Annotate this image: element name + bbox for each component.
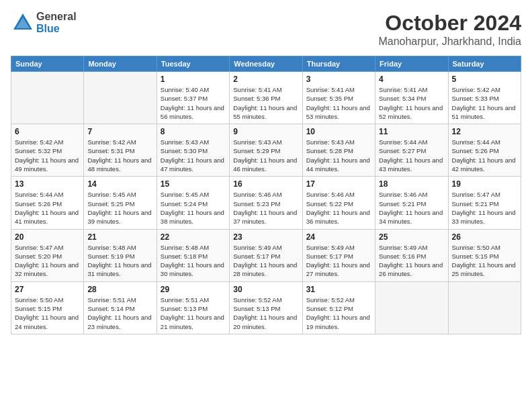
page-title: October 2024: [378, 11, 521, 36]
calendar-cell: 28Sunrise: 5:51 AM Sunset: 5:14 PM Dayli…: [84, 281, 157, 334]
day-number: 31: [306, 285, 371, 294]
day-number: 26: [452, 232, 517, 242]
day-number: 28: [87, 285, 152, 294]
page-header: General Blue October 2024 Manoharpur, Jh…: [11, 11, 521, 48]
calendar-cell: [448, 281, 521, 334]
day-detail: Sunrise: 5:48 AM Sunset: 5:18 PM Dayligh…: [161, 243, 226, 279]
day-number: 13: [15, 179, 80, 189]
calendar-cell: 25Sunrise: 5:49 AM Sunset: 5:16 PM Dayli…: [375, 229, 448, 281]
calendar-cell: [11, 72, 84, 124]
calendar-cell: 26Sunrise: 5:50 AM Sunset: 5:15 PM Dayli…: [448, 229, 521, 281]
calendar-cell: 6Sunrise: 5:42 AM Sunset: 5:32 PM Daylig…: [11, 124, 84, 177]
day-detail: Sunrise: 5:41 AM Sunset: 5:36 PM Dayligh…: [233, 85, 298, 121]
day-detail: Sunrise: 5:44 AM Sunset: 5:26 PM Dayligh…: [15, 190, 80, 226]
weekday-header: Friday: [375, 56, 448, 72]
day-detail: Sunrise: 5:45 AM Sunset: 5:24 PM Dayligh…: [161, 190, 226, 226]
day-detail: Sunrise: 5:51 AM Sunset: 5:14 PM Dayligh…: [87, 295, 152, 331]
day-detail: Sunrise: 5:47 AM Sunset: 5:20 PM Dayligh…: [15, 243, 80, 279]
day-detail: Sunrise: 5:49 AM Sunset: 5:17 PM Dayligh…: [306, 243, 371, 279]
calendar-cell: 1Sunrise: 5:40 AM Sunset: 5:37 PM Daylig…: [157, 72, 229, 124]
day-number: 21: [87, 232, 152, 242]
day-detail: Sunrise: 5:43 AM Sunset: 5:28 PM Dayligh…: [306, 138, 371, 173]
day-detail: Sunrise: 5:52 AM Sunset: 5:13 PM Dayligh…: [233, 295, 298, 331]
weekday-row: SundayMondayTuesdayWednesdayThursdayFrid…: [11, 56, 521, 72]
day-number: 27: [15, 285, 80, 294]
calendar-cell: 4Sunrise: 5:41 AM Sunset: 5:34 PM Daylig…: [375, 72, 448, 124]
weekday-header: Saturday: [448, 56, 521, 72]
calendar-cell: 31Sunrise: 5:52 AM Sunset: 5:12 PM Dayli…: [302, 281, 375, 334]
day-detail: Sunrise: 5:46 AM Sunset: 5:22 PM Dayligh…: [306, 190, 371, 226]
calendar-cell: 24Sunrise: 5:49 AM Sunset: 5:17 PM Dayli…: [302, 229, 375, 281]
calendar-week-row: 1Sunrise: 5:40 AM Sunset: 5:37 PM Daylig…: [11, 72, 521, 124]
day-number: 20: [15, 232, 80, 242]
day-number: 15: [161, 179, 226, 189]
calendar-cell: 5Sunrise: 5:42 AM Sunset: 5:33 PM Daylig…: [448, 72, 521, 124]
calendar-cell: 9Sunrise: 5:43 AM Sunset: 5:29 PM Daylig…: [230, 124, 302, 177]
day-number: 22: [161, 232, 226, 242]
calendar-week-row: 20Sunrise: 5:47 AM Sunset: 5:20 PM Dayli…: [11, 229, 521, 281]
calendar-cell: 16Sunrise: 5:46 AM Sunset: 5:23 PM Dayli…: [230, 177, 302, 229]
calendar-cell: 19Sunrise: 5:47 AM Sunset: 5:21 PM Dayli…: [448, 177, 521, 229]
day-detail: Sunrise: 5:49 AM Sunset: 5:17 PM Dayligh…: [233, 243, 298, 279]
day-detail: Sunrise: 5:51 AM Sunset: 5:13 PM Dayligh…: [161, 295, 226, 331]
calendar-week-row: 6Sunrise: 5:42 AM Sunset: 5:32 PM Daylig…: [11, 124, 521, 177]
calendar-header: SundayMondayTuesdayWednesdayThursdayFrid…: [11, 56, 521, 72]
calendar-week-row: 13Sunrise: 5:44 AM Sunset: 5:26 PM Dayli…: [11, 177, 521, 229]
calendar-cell: 2Sunrise: 5:41 AM Sunset: 5:36 PM Daylig…: [230, 72, 302, 124]
day-detail: Sunrise: 5:44 AM Sunset: 5:27 PM Dayligh…: [379, 138, 444, 173]
day-number: 30: [233, 285, 298, 294]
calendar-cell: 17Sunrise: 5:46 AM Sunset: 5:22 PM Dayli…: [302, 177, 375, 229]
logo-text: General Blue: [36, 11, 77, 34]
day-number: 4: [379, 75, 444, 84]
calendar-cell: 11Sunrise: 5:44 AM Sunset: 5:27 PM Dayli…: [375, 124, 448, 177]
calendar-cell: 7Sunrise: 5:42 AM Sunset: 5:31 PM Daylig…: [84, 124, 157, 177]
day-number: 18: [379, 179, 444, 189]
calendar-body: 1Sunrise: 5:40 AM Sunset: 5:37 PM Daylig…: [11, 72, 521, 334]
weekday-header: Wednesday: [230, 56, 302, 72]
logo-general: General: [36, 11, 77, 23]
day-number: 24: [306, 232, 371, 242]
day-detail: Sunrise: 5:50 AM Sunset: 5:15 PM Dayligh…: [452, 243, 517, 279]
calendar-cell: 18Sunrise: 5:46 AM Sunset: 5:21 PM Dayli…: [375, 177, 448, 229]
weekday-header: Tuesday: [157, 56, 229, 72]
day-number: 7: [87, 127, 152, 136]
day-number: 17: [306, 179, 371, 189]
day-detail: Sunrise: 5:49 AM Sunset: 5:16 PM Dayligh…: [379, 243, 444, 279]
logo-blue: Blue: [36, 23, 77, 35]
calendar-cell: 29Sunrise: 5:51 AM Sunset: 5:13 PM Dayli…: [157, 281, 229, 334]
day-number: 23: [233, 232, 298, 242]
day-detail: Sunrise: 5:42 AM Sunset: 5:32 PM Dayligh…: [15, 138, 80, 173]
day-number: 9: [233, 127, 298, 136]
day-number: 14: [87, 179, 152, 189]
logo: General Blue: [11, 11, 77, 35]
page-subtitle: Manoharpur, Jharkhand, India: [378, 36, 521, 48]
weekday-header: Sunday: [11, 56, 84, 72]
weekday-header: Thursday: [302, 56, 375, 72]
day-detail: Sunrise: 5:50 AM Sunset: 5:15 PM Dayligh…: [15, 295, 80, 331]
day-number: 11: [379, 127, 444, 136]
day-number: 19: [452, 179, 517, 189]
day-detail: Sunrise: 5:46 AM Sunset: 5:23 PM Dayligh…: [233, 190, 298, 226]
day-detail: Sunrise: 5:45 AM Sunset: 5:25 PM Dayligh…: [87, 190, 152, 226]
calendar-cell: 23Sunrise: 5:49 AM Sunset: 5:17 PM Dayli…: [230, 229, 302, 281]
day-detail: Sunrise: 5:42 AM Sunset: 5:31 PM Dayligh…: [87, 138, 152, 173]
day-number: 12: [452, 127, 517, 136]
day-detail: Sunrise: 5:41 AM Sunset: 5:34 PM Dayligh…: [379, 85, 444, 121]
day-detail: Sunrise: 5:42 AM Sunset: 5:33 PM Dayligh…: [452, 85, 517, 121]
day-detail: Sunrise: 5:44 AM Sunset: 5:26 PM Dayligh…: [452, 138, 517, 173]
day-number: 29: [161, 285, 226, 294]
calendar-cell: 12Sunrise: 5:44 AM Sunset: 5:26 PM Dayli…: [448, 124, 521, 177]
calendar-cell: 10Sunrise: 5:43 AM Sunset: 5:28 PM Dayli…: [302, 124, 375, 177]
day-number: 25: [379, 232, 444, 242]
calendar-cell: [84, 72, 157, 124]
day-number: 6: [15, 127, 80, 136]
day-number: 8: [161, 127, 226, 136]
calendar-cell: 15Sunrise: 5:45 AM Sunset: 5:24 PM Dayli…: [157, 177, 229, 229]
day-number: 16: [233, 179, 298, 189]
day-number: 3: [306, 75, 371, 84]
calendar-cell: 30Sunrise: 5:52 AM Sunset: 5:13 PM Dayli…: [230, 281, 302, 334]
calendar-cell: 14Sunrise: 5:45 AM Sunset: 5:25 PM Dayli…: [84, 177, 157, 229]
calendar-cell: 22Sunrise: 5:48 AM Sunset: 5:18 PM Dayli…: [157, 229, 229, 281]
weekday-header: Monday: [84, 56, 157, 72]
calendar-cell: 8Sunrise: 5:43 AM Sunset: 5:30 PM Daylig…: [157, 124, 229, 177]
